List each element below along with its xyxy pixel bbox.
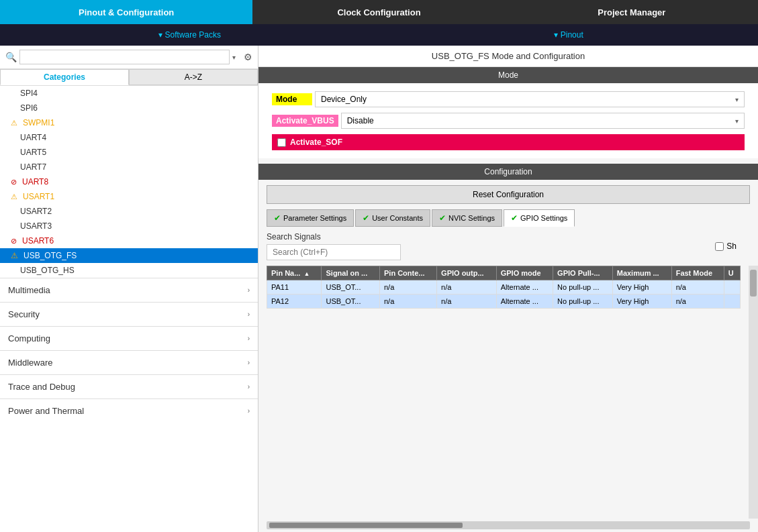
cell-gpio-mode: Alternate ...: [496, 280, 553, 295]
category-header-computing[interactable]: Computing ›: [0, 327, 258, 350]
col-signal-on[interactable]: Signal on ...: [322, 266, 380, 280]
search-signals-label: Search Signals: [267, 232, 401, 242]
check-icon: ✔: [511, 213, 518, 223]
mode-section-header: Mode: [258, 67, 758, 83]
category-header-security[interactable]: Security ›: [0, 303, 258, 326]
scrollbar-thumb: [750, 270, 757, 297]
sub-navigation: ▾ Software Packs ▾ Pinout: [0, 24, 758, 46]
col-maximum[interactable]: Maximum ...: [612, 266, 671, 280]
search-input[interactable]: [19, 50, 230, 64]
dropdown-arrow-icon: ▾: [735, 96, 739, 103]
gear-icon[interactable]: ⚙: [244, 52, 252, 62]
cell-gpio-outp: n/a: [437, 280, 497, 295]
col-pin-conte[interactable]: Pin Conte...: [380, 266, 437, 280]
top-navigation: Pinout & Configuration Clock Configurati…: [0, 0, 758, 24]
sidebar-item-usart3[interactable]: USART3: [0, 219, 258, 233]
category-header-multimedia[interactable]: Multimedia ›: [0, 278, 258, 302]
tab-nvic-settings[interactable]: ✔ NVIC Settings: [432, 209, 502, 227]
vertical-scrollbar[interactable]: [749, 266, 758, 519]
activate-sof-checkbox[interactable]: [277, 138, 286, 147]
tab-a-z[interactable]: A->Z: [129, 69, 258, 85]
sidebar-item-uart5[interactable]: UART5: [0, 145, 258, 160]
cell-gpio-pull: No pull-up ...: [553, 280, 613, 295]
right-panel: USB_OTG_FS Mode and Configuration Mode M…: [258, 46, 758, 532]
table-row[interactable]: PA11 USB_OT... n/a n/a Alternate ... No …: [267, 280, 741, 295]
tab-categories[interactable]: Categories: [0, 69, 129, 85]
horizontal-scrollbar[interactable]: [267, 521, 750, 529]
col-fast-mode[interactable]: Fast Mode: [671, 266, 724, 280]
signal-table: Pin Na... ▲ Signal on ... Pin Conte... G…: [267, 266, 741, 309]
cell-maximum: Very High: [612, 280, 671, 295]
sort-icon: ▲: [303, 270, 310, 277]
category-header-trace-debug[interactable]: Trace and Debug ›: [0, 375, 258, 398]
sidebar-item-uart4[interactable]: UART4: [0, 130, 258, 145]
check-icon: ✔: [439, 213, 446, 223]
sidebar-item-uart8[interactable]: UART8: [0, 174, 258, 189]
dropdown-arrow-icon[interactable]: ▾: [232, 54, 236, 61]
show-label: Sh: [726, 242, 737, 251]
subnav-software-packs[interactable]: ▾ Software Packs: [0, 24, 379, 46]
cell-fast-mode: n/a: [671, 280, 724, 295]
sidebar-item-usart6[interactable]: USART6: [0, 233, 258, 248]
scrollbar-thumb: [269, 523, 463, 528]
category-trace-debug: Trace and Debug ›: [0, 374, 258, 398]
mode-section: Mode Mode Device_Only ▾ Activate_VBUS Di…: [258, 67, 758, 158]
search-icon[interactable]: 🔍: [5, 52, 17, 62]
cell-gpio-pull: No pull-up ...: [553, 295, 613, 309]
chevron-right-icon: ›: [248, 286, 250, 294]
category-header-middleware[interactable]: Middleware ›: [0, 351, 258, 374]
tab-parameter-settings[interactable]: ✔ Parameter Settings: [267, 209, 354, 227]
sidebar: 🔍 ▾ ⚙ Categories A->Z SPI4 SPI6 SWPMI1 U…: [0, 46, 258, 532]
category-header-power-thermal[interactable]: Power and Thermal ›: [0, 399, 258, 423]
warn-icon: ⚠: [11, 251, 18, 260]
dropdown-arrow-icon: ▾: [735, 117, 739, 125]
nav-pinout[interactable]: Pinout & Configuration: [0, 0, 252, 24]
sidebar-item-usb-otg-hs[interactable]: USB_OTG_HS: [0, 263, 258, 278]
category-power-thermal: Power and Thermal ›: [0, 398, 258, 423]
col-gpio-outp[interactable]: GPIO outp...: [437, 266, 497, 280]
sidebar-item-swpmi1[interactable]: SWPMI1: [0, 115, 258, 130]
sidebar-item-spi4[interactable]: SPI4: [0, 86, 258, 101]
cell-u: [724, 280, 740, 295]
sidebar-item-uart7[interactable]: UART7: [0, 160, 258, 174]
col-gpio-mode[interactable]: GPIO mode: [496, 266, 553, 280]
show-checkbox[interactable]: [715, 242, 724, 251]
category-multimedia: Multimedia ›: [0, 278, 258, 302]
check-icon: ✔: [274, 213, 281, 223]
reset-configuration-button[interactable]: Reset Configuration: [267, 185, 750, 204]
nav-clock[interactable]: Clock Configuration: [252, 0, 505, 24]
sidebar-item-usart1[interactable]: USART1: [0, 189, 258, 204]
tab-user-constants[interactable]: ✔ User Constants: [355, 209, 430, 227]
nav-project[interactable]: Project Manager: [506, 0, 758, 24]
cell-gpio-mode: Alternate ...: [496, 295, 553, 309]
activate-vbus-row: Activate_VBUS Disable ▾: [272, 113, 745, 129]
chevron-right-icon: ›: [248, 383, 250, 390]
cell-pin-name: PA11: [267, 280, 322, 295]
col-gpio-pull[interactable]: GPIO Pull-...: [553, 266, 613, 280]
activate-sof-label: Activate_SOF: [290, 138, 342, 147]
cell-gpio-outp: n/a: [437, 295, 497, 309]
panel-title: USB_OTG_FS Mode and Configuration: [258, 46, 758, 67]
sidebar-item-usb-otg-fs[interactable]: ⚠ USB_OTG_FS: [0, 248, 258, 263]
tab-gpio-settings[interactable]: ✔ GPIO Settings: [504, 209, 575, 227]
mode-value: Device_Only: [321, 95, 735, 104]
mode-select[interactable]: Device_Only ▾: [315, 91, 745, 107]
sidebar-item-usart2[interactable]: USART2: [0, 204, 258, 219]
cell-pin-name: PA12: [267, 295, 322, 309]
sidebar-item-list: SPI4 SPI6 SWPMI1 UART4 UART5 UART7 UART8…: [0, 86, 258, 532]
signal-table-wrapper[interactable]: Pin Na... ▲ Signal on ... Pin Conte... G…: [267, 266, 741, 519]
col-pin-name[interactable]: Pin Na... ▲: [267, 266, 322, 280]
activate-vbus-select[interactable]: Disable ▾: [341, 113, 745, 129]
signal-search-area: Search Signals Sh: [258, 227, 758, 266]
category-security: Security ›: [0, 302, 258, 326]
activate-sof-row: Activate_SOF: [272, 134, 745, 150]
col-u[interactable]: U: [724, 266, 740, 280]
signal-search-input[interactable]: [267, 244, 401, 260]
cell-signal-on: USB_OT...: [322, 295, 380, 309]
sidebar-item-spi6[interactable]: SPI6: [0, 101, 258, 115]
chevron-down-icon: ▾: [158, 30, 162, 40]
subnav-pinout[interactable]: ▾ Pinout: [379, 24, 759, 46]
activate-vbus-label: Activate_VBUS: [272, 115, 338, 127]
chevron-right-icon: ›: [248, 407, 250, 415]
table-row[interactable]: PA12 USB_OT... n/a n/a Alternate ... No …: [267, 295, 741, 309]
